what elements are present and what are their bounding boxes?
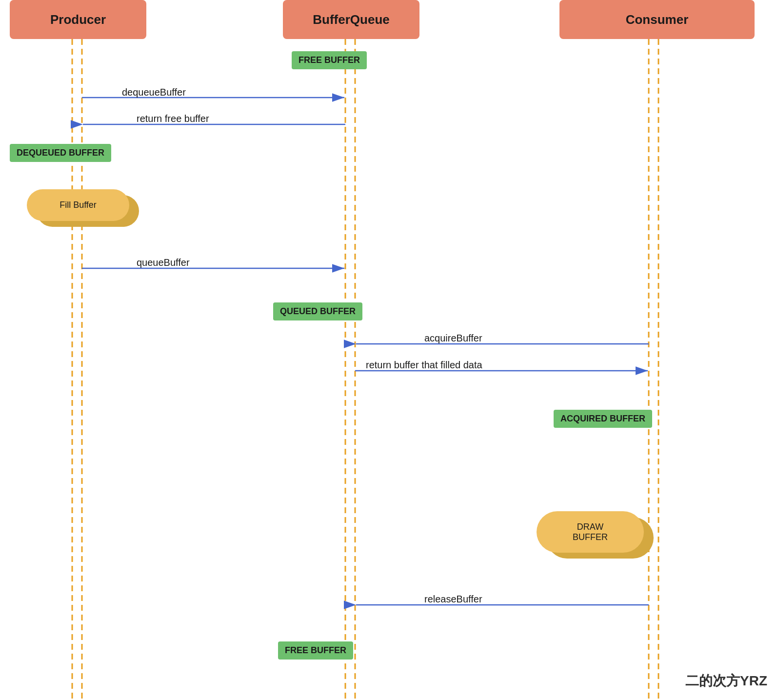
release-buffer-label: releaseBuffer	[424, 594, 482, 605]
dequeue-buffer-label: dequeueBuffer	[122, 87, 186, 98]
queue-buffer-label: queueBuffer	[137, 257, 190, 268]
actor-producer-header: Producer	[10, 0, 146, 39]
actor-consumer-header: Consumer	[559, 0, 755, 39]
free-buffer-bottom-state: FREE BUFFER	[278, 641, 353, 660]
draw-buffer-oval: DRAW BUFFER	[537, 511, 644, 553]
watermark: 二的次方YRZ	[685, 672, 767, 690]
return-filled-data-label: return buffer that filled data	[366, 360, 482, 371]
fill-buffer-oval: Fill Buffer	[27, 189, 129, 221]
actor-bufferqueue-header: BufferQueue	[283, 0, 419, 39]
acquired-buffer-state: ACQUIRED BUFFER	[554, 410, 652, 428]
diagram-container: Producer BufferQueue Consumer	[0, 0, 777, 700]
acquire-buffer-label: acquireBuffer	[424, 333, 482, 344]
dequeued-buffer-state: DEQUEUED BUFFER	[10, 144, 111, 162]
return-free-buffer-label: return free buffer	[137, 113, 209, 124]
sequence-diagram-svg	[0, 0, 777, 700]
queued-buffer-state: QUEUED BUFFER	[273, 302, 362, 320]
free-buffer-top-state: FREE BUFFER	[292, 51, 367, 69]
